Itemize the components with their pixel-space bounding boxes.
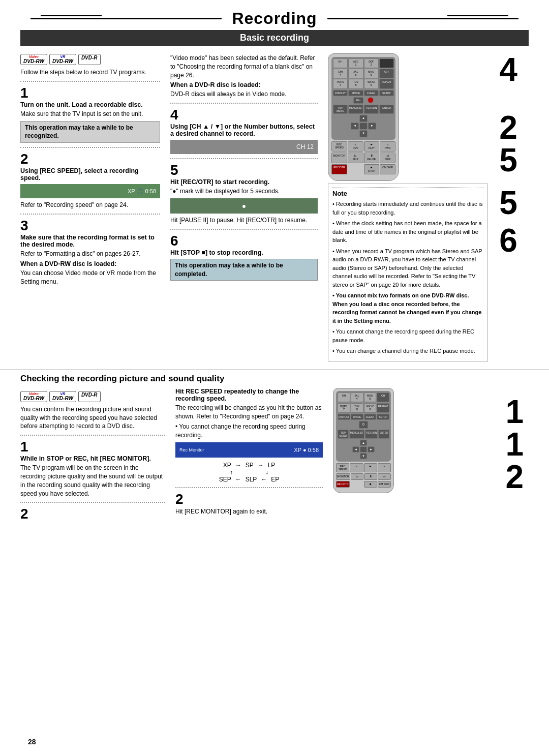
btn-setup[interactable]: SETUP [379,90,394,96]
btn-down[interactable]: ▼ [359,130,368,137]
btn-red-dot[interactable] [368,97,374,103]
bottom-mid-col: Hit REC SPEED repeatedly to change the r… [170,388,328,523]
btn-wxyz[interactable]: WXYZ9 [364,79,379,88]
remote-body: 0/– ABC1 DEF2 GHI4 JKL5 MNO6 CH PQRS7 [328,53,399,181]
sm-btn-oh[interactable]: GH [338,392,350,402]
btn-abc[interactable]: ABC1 [348,58,363,68]
btn-stop[interactable]: ■STOP [364,164,380,174]
sm-btn-jkl[interactable]: JKL4 [351,392,363,402]
step-5-heading: Hit [REC/OTR] to start recording. [170,178,318,186]
sm-btn-stop[interactable]: ■ [364,481,377,488]
btn-menu-list[interactable]: MENU/LIST [348,105,364,114]
sm-btn-wxyz[interactable]: WXYZ9 [364,403,377,413]
sm-btn-fwd[interactable]: » [378,463,391,472]
btn-pause[interactable]: ⏸PAUSE [364,153,380,163]
sm-btn-rec-speed[interactable]: REC SPEED [336,463,349,472]
btn-space[interactable]: SPACE [348,90,363,96]
btn-left[interactable]: ◄ [351,123,359,130]
step-3-dvdrw-label: When a DVD-RW disc is loaded: [20,260,160,267]
btn-repeat[interactable]: REPEAT [379,79,394,88]
sm-btn-skip-b[interactable]: |« [351,473,364,480]
sm-btn-ch[interactable]: CH [377,392,389,402]
sm-btn-display[interactable]: DISPLAY [338,414,350,420]
sm-btn-menu-list[interactable]: MENU/LIST [349,430,365,439]
sm-btn-center[interactable] [360,446,367,452]
note-item-4: You cannot mix two formats on one DVD-RW… [332,291,483,325]
sm-btn-setup[interactable]: SETUP [377,414,389,420]
btn-cm-skip[interactable]: CM SKIP [380,164,395,174]
step-2-display: XP 🎵 0:58 [20,184,160,198]
btn-skip-fwd[interactable]: »|SKIP [380,153,395,163]
disc-icons-row: Video DVD-RW VR DVD-RW DVD-R [20,54,160,65]
btn-pqrs[interactable]: PQRS7 [333,79,348,88]
sm-btn-pqrs[interactable]: PQRS7 [338,403,350,413]
btn-jkl[interactable]: JKL5 [348,69,363,78]
btn-ok[interactable] [359,123,368,130]
middle-column: "Video mode" has been selected as the de… [165,51,323,361]
step-4-heading: Using [CH ▲ / ▼] or the Number buttons, … [170,123,318,137]
sm-btn-repeat[interactable]: REPEAT [377,403,389,413]
btn-play[interactable]: ►PLAY [364,141,380,152]
bottom-intro-text: You can confirm the recording picture an… [20,405,165,431]
bottom-disc-icon-vr: VR DVD-RW [49,391,76,402]
bottom-step-numbers: 1 1 2 [505,388,529,493]
btn-up[interactable]: ▲ [359,115,368,122]
page-title-area: Recording [0,0,549,30]
note-item-5: You cannot change the recording speed du… [332,327,483,344]
sm-btn-cm-skip[interactable]: CM SKIP [378,481,391,488]
sm-btn-clear[interactable]: CLEAR [364,414,377,420]
btn-def[interactable]: DEF2 [364,58,379,68]
btn-enter[interactable]: ENTER [379,105,394,114]
sm-btn-up[interactable]: ▲ [360,440,367,446]
btn-ch[interactable]: CH [379,69,394,78]
intro-text-mid: "Video mode" has been selected as the de… [170,54,318,79]
btn-return[interactable]: RETURN [364,105,379,114]
btn-fwd[interactable]: »FWD [380,141,395,152]
step-1-number: 1 [20,86,160,100]
sm-btn-space[interactable]: SPACE [351,414,363,420]
sm-btn-monitor[interactable]: MONITOR [336,473,350,480]
flow-diagram: XP → SP → LP ↑ → -- → ↓ SEP [175,462,323,483]
btn-top-menu[interactable]: TOP MENU [333,105,348,114]
btn-clear[interactable]: CLEAR [364,90,379,96]
intro-text: Follow the steps below to record TV prog… [20,68,160,77]
sm-btn-mno[interactable]: MNO5 [364,392,377,402]
btn-4[interactable] [379,58,394,68]
btn-tuv[interactable]: TUV8 [348,79,363,88]
btn-rec-otr[interactable]: REC/OTR [331,164,347,174]
btn-0[interactable]: 0/– [353,97,363,104]
sm-btn-skip-f[interactable]: »| [378,473,391,480]
page-title: Recording [232,9,317,28]
bottom-step-2-text: The recording will be changed as you hit… [175,404,323,421]
bottom-display: Rec Monitor XP ● 0:58 [175,442,323,458]
sm-btn-rec-otr[interactable]: REC/OTR [336,481,350,488]
bottom-disc-icon-video: Video DVD-RW [20,391,47,402]
sm-btn-play[interactable]: ► [364,463,377,472]
sm-btn-enter[interactable]: ENTER [378,430,389,439]
btn-skip-back[interactable]: |«SKIP [348,153,363,163]
step-1-note-box: This operation may take a while to be re… [20,121,160,143]
sm-btn-top-menu[interactable]: TOP MENU [338,430,349,439]
step-1-text: Make sure that the TV input is set on th… [20,110,160,118]
btn-rec-speed[interactable]: REC SPEED [331,141,347,152]
note-box: Note Recording starts immediately and co… [328,184,488,361]
step-5-display: ● [170,198,318,214]
bottom-step-1-text: The TV program will be on the screen in … [20,464,165,498]
section-bar: Basic recording [20,30,529,46]
btn-monitor[interactable]: MONITOR [331,153,347,163]
sm-btn-return[interactable]: RETURN [365,430,378,439]
btn-ghi[interactable]: GHI4 [333,69,348,78]
sm-btn-down[interactable]: ▼ [360,453,367,459]
btn-right[interactable]: ► [368,123,376,130]
btn-rev[interactable]: «REV [348,141,363,152]
sm-btn-tuv[interactable]: TUV8 [351,403,363,413]
bottom-big-num-1a: 1 [505,396,524,428]
sm-btn-0[interactable]: 0 [359,421,368,428]
sm-btn-right[interactable]: ► [368,446,375,452]
btn-0-dash[interactable]: 0/– [333,58,348,68]
btn-mno[interactable]: MNO6 [364,69,379,78]
sm-btn-pause[interactable]: ⏸ [364,473,377,480]
sm-btn-rev[interactable]: « [350,463,363,472]
sm-btn-left[interactable]: ◄ [352,446,359,452]
btn-display[interactable]: DISPLAY [333,90,348,96]
